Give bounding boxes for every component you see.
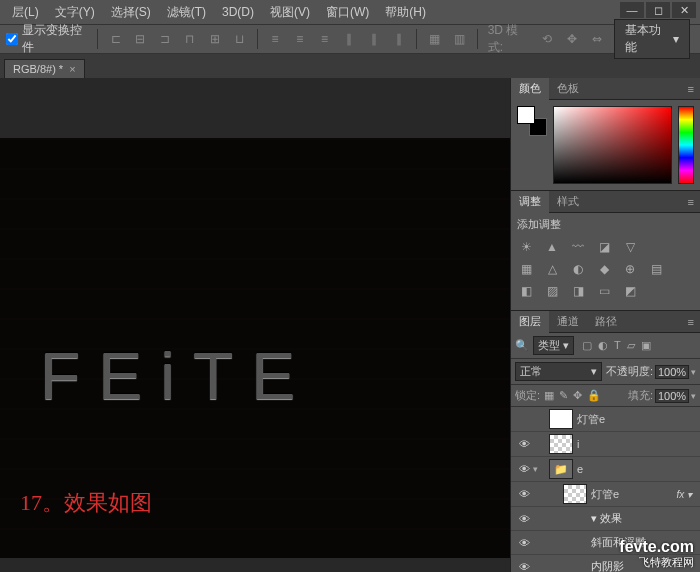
distribute-top-icon[interactable]: ≡ (268, 31, 283, 47)
menu-help[interactable]: 帮助(H) (377, 4, 434, 21)
menu-type[interactable]: 文字(Y) (47, 4, 103, 21)
close-button[interactable]: ✕ (672, 2, 696, 18)
selective-color-icon[interactable]: ◩ (621, 284, 639, 298)
tab-color[interactable]: 颜色 (511, 78, 549, 100)
color-balance-icon[interactable]: △ (543, 262, 561, 276)
posterize-icon[interactable]: ▨ (543, 284, 561, 298)
levels-icon[interactable]: ▲ (543, 240, 561, 254)
auto-blend-icon[interactable]: ▥ (452, 31, 467, 47)
lock-pixels-icon[interactable]: ✎ (559, 389, 568, 402)
fx-badge[interactable]: fx ▾ (676, 489, 696, 500)
minimize-button[interactable]: — (620, 2, 644, 18)
opacity-input[interactable] (655, 365, 689, 379)
tab-styles[interactable]: 样式 (549, 191, 587, 213)
blend-mode-select[interactable]: 正常 ▾ (515, 362, 602, 381)
layer-item[interactable]: 👁灯管efx ▾ (511, 482, 700, 507)
tab-swatches[interactable]: 色板 (549, 78, 587, 100)
filter-type-icon[interactable]: T (614, 339, 621, 352)
tab-channels[interactable]: 通道 (549, 311, 587, 333)
layer-name[interactable]: i (577, 438, 696, 450)
layer-thumbnail[interactable] (563, 484, 587, 504)
exposure-icon[interactable]: ◪ (595, 240, 613, 254)
layer-name[interactable]: e (577, 463, 696, 475)
tab-adjustments[interactable]: 调整 (511, 191, 549, 213)
canvas[interactable]: FEiTE 17。效果如图 (0, 78, 510, 572)
auto-align-icon[interactable]: ▦ (427, 31, 442, 47)
document-tab[interactable]: RGB/8#) * × (4, 59, 85, 78)
layer-effect[interactable]: 👁内阴影 (511, 555, 700, 572)
search-icon[interactable]: 🔍 (515, 339, 529, 352)
panel-menu-icon[interactable]: ≡ (682, 316, 700, 328)
align-vcenter-icon[interactable]: ⊞ (207, 31, 222, 47)
gradient-map-icon[interactable]: ▭ (595, 284, 613, 298)
expand-caret[interactable]: ▾ (533, 464, 545, 474)
panel-menu-icon[interactable]: ≡ (682, 83, 700, 95)
align-bottom-icon[interactable]: ⊔ (232, 31, 247, 47)
distribute-left-icon[interactable]: ∥ (342, 31, 357, 47)
filter-pixel-icon[interactable]: ▢ (582, 339, 592, 352)
invert-icon[interactable]: ◧ (517, 284, 535, 298)
hue-slider[interactable] (678, 106, 694, 184)
visibility-toggle[interactable]: 👁 (515, 463, 533, 475)
menu-layer[interactable]: 层(L) (4, 4, 47, 21)
hue-sat-icon[interactable]: ▦ (517, 262, 535, 276)
threshold-icon[interactable]: ◨ (569, 284, 587, 298)
vibrance-icon[interactable]: ▽ (621, 240, 639, 254)
layer-thumbnail[interactable] (549, 434, 573, 454)
lock-all-icon[interactable]: 🔒 (587, 389, 601, 402)
distribute-right-icon[interactable]: ∥ (392, 31, 407, 47)
filter-adjust-icon[interactable]: ◐ (598, 339, 608, 352)
workspace-switcher[interactable]: 基本功能 ▾ (614, 19, 690, 59)
distribute-hcenter-icon[interactable]: ∥ (367, 31, 382, 47)
layer-item[interactable]: 灯管e (511, 407, 700, 432)
filter-smart-icon[interactable]: ▣ (641, 339, 651, 352)
layer-effect[interactable]: 👁▾ 效果 (511, 507, 700, 531)
3d-orbit-icon[interactable]: ⟲ (540, 31, 555, 47)
layer-item[interactable]: 👁i (511, 432, 700, 457)
photo-filter-icon[interactable]: ◆ (595, 262, 613, 276)
layer-name[interactable]: 灯管e (591, 487, 676, 502)
lock-transparent-icon[interactable]: ▦ (544, 389, 554, 402)
menu-filter[interactable]: 滤镜(T) (159, 4, 214, 21)
color-field[interactable] (553, 106, 672, 184)
tab-layers[interactable]: 图层 (511, 311, 549, 333)
align-top-icon[interactable]: ⊓ (182, 31, 197, 47)
filter-type-select[interactable]: 类型 ▾ (533, 336, 574, 355)
align-hcenter-icon[interactable]: ⊟ (133, 31, 148, 47)
show-transform-checkbox[interactable]: 显示变换控件 (6, 22, 87, 56)
menu-select[interactable]: 选择(S) (103, 4, 159, 21)
channel-mixer-icon[interactable]: ⊕ (621, 262, 639, 276)
menu-window[interactable]: 窗口(W) (318, 4, 377, 21)
3d-slide-icon[interactable]: ⇔ (590, 31, 605, 47)
layer-group[interactable]: 👁▾📁e (511, 457, 700, 482)
lock-position-icon[interactable]: ✥ (573, 389, 582, 402)
menu-3d[interactable]: 3D(D) (214, 5, 262, 19)
layer-thumbnail[interactable] (549, 409, 573, 429)
folder-icon[interactable]: 📁 (549, 459, 573, 479)
layer-name[interactable]: 灯管e (577, 412, 696, 427)
foreground-color-swatch[interactable] (517, 106, 535, 124)
layer-effect[interactable]: 👁斜面和浮雕 (511, 531, 700, 555)
visibility-toggle[interactable]: 👁 (515, 438, 533, 450)
brightness-icon[interactable]: ☀ (517, 240, 535, 254)
visibility-toggle[interactable]: 👁 (515, 561, 533, 573)
panel-menu-icon[interactable]: ≡ (682, 196, 700, 208)
menu-view[interactable]: 视图(V) (262, 4, 318, 21)
chevron-down-icon[interactable]: ▾ (691, 391, 696, 401)
filter-shape-icon[interactable]: ▱ (627, 339, 635, 352)
chevron-down-icon[interactable]: ▾ (691, 367, 696, 377)
distribute-bottom-icon[interactable]: ≡ (317, 31, 332, 47)
align-right-icon[interactable]: ⊐ (158, 31, 173, 47)
fg-bg-swatch[interactable] (517, 106, 547, 136)
maximize-button[interactable]: ◻ (646, 2, 670, 18)
color-lookup-icon[interactable]: ▤ (647, 262, 665, 276)
bw-icon[interactable]: ◐ (569, 262, 587, 276)
curves-icon[interactable]: 〰 (569, 240, 587, 254)
distribute-vcenter-icon[interactable]: ≡ (292, 31, 307, 47)
3d-pan-icon[interactable]: ✥ (565, 31, 580, 47)
align-left-icon[interactable]: ⊏ (108, 31, 123, 47)
tab-paths[interactable]: 路径 (587, 311, 625, 333)
close-tab-icon[interactable]: × (69, 63, 75, 75)
visibility-toggle[interactable]: 👁 (515, 488, 533, 500)
fill-input[interactable] (655, 389, 689, 403)
